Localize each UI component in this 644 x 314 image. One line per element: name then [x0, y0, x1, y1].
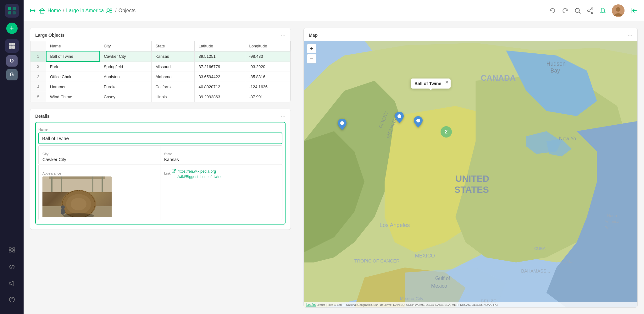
home-icon [39, 8, 46, 14]
share-button[interactable] [587, 7, 594, 14]
svg-rect-3 [13, 11, 16, 14]
col-city[interactable]: City [100, 41, 151, 51]
map-container[interactable]: Hudson Bay CANADA ROCKY MOUNTAIN UNITED … [304, 41, 637, 307]
col-state[interactable]: State [152, 41, 195, 51]
svg-point-43 [61, 205, 65, 209]
app-logo[interactable] [5, 4, 19, 18]
sidebar-item-o[interactable]: O [6, 55, 18, 67]
redo-button[interactable] [562, 7, 569, 14]
table-row[interactable]: 4HammerEurekaCalifornia40.8020712-124.16… [31, 82, 291, 92]
main-area: ↦ Home / Large in America / Objects [24, 0, 644, 314]
name-label: Name [38, 127, 282, 131]
row-name: Office Chair [46, 72, 100, 82]
details-title: Details [35, 114, 50, 119]
pin-hammer[interactable] [338, 119, 347, 131]
help-icon[interactable] [5, 293, 19, 306]
svg-text:STATES: STATES [454, 185, 489, 195]
name-input[interactable] [38, 133, 282, 144]
svg-rect-11 [13, 251, 15, 252]
home-link[interactable]: Home [47, 8, 61, 14]
row-num: 4 [31, 82, 46, 92]
svg-text:New Yo...: New Yo... [559, 136, 580, 141]
large-objects-section: Large Objects ··· Name City State Latitu… [30, 28, 291, 102]
sidebar-item-objects[interactable] [5, 39, 19, 53]
table-row[interactable]: 5Wind ChimeCaseyIllinois39.2993863-87.99… [31, 92, 291, 102]
state-value: Kansas [164, 157, 278, 162]
megaphone-icon[interactable] [5, 276, 19, 290]
cluster-count: 2 [445, 129, 448, 135]
table-row[interactable]: 2ForkSpringfieldMissouri37.2166779-93.29… [31, 62, 291, 72]
details-body: Name City Cawker City State Kansas [30, 122, 291, 230]
col-lat[interactable]: Latitude [195, 41, 245, 51]
add-button[interactable]: + [6, 23, 18, 34]
svg-rect-7 [12, 46, 15, 49]
city-value: Cawker City [42, 157, 156, 162]
map-menu[interactable]: ··· [628, 32, 632, 38]
appearance-label: Appearance [42, 171, 156, 175]
popup-close-button[interactable]: ✕ [445, 80, 449, 85]
svg-rect-4 [9, 43, 12, 46]
pin-fork[interactable] [414, 116, 423, 129]
appearance-image[interactable] [42, 176, 112, 217]
svg-text:MEXICO: MEXICO [415, 253, 435, 258]
svg-text:Gulf of: Gulf of [435, 275, 450, 281]
search-button[interactable] [574, 7, 581, 14]
map-attribution: Leaflet Leaflet | Tiles © Esri — Nationa… [304, 302, 637, 307]
breadcrumb-sep-2: / [115, 8, 116, 14]
grid-icon[interactable] [5, 244, 19, 257]
pin-ball-of-twine[interactable] [395, 112, 404, 124]
svg-point-15 [12, 300, 12, 301]
map-title: Map [309, 33, 318, 38]
map-svg: Hudson Bay CANADA ROCKY MOUNTAIN UNITED … [304, 41, 637, 307]
svg-text:Basi...: Basi... [605, 225, 616, 230]
zoom-out-button[interactable]: − [307, 54, 316, 63]
row-lat: 33.6594422 [195, 72, 245, 82]
svg-point-40 [71, 198, 86, 210]
zoom-in-button[interactable]: + [307, 44, 316, 53]
svg-point-19 [575, 8, 580, 12]
row-city: Eureka [100, 82, 151, 92]
svg-point-22 [591, 12, 593, 14]
svg-text:Mexico: Mexico [431, 283, 447, 289]
sidebar: + O G [0, 0, 24, 314]
row-city: Cawker City [100, 51, 151, 62]
large-objects-menu[interactable]: ··· [281, 32, 286, 38]
svg-rect-44 [172, 170, 175, 173]
svg-point-23 [588, 10, 589, 11]
row-lat: 40.8020712 [195, 82, 245, 92]
city-cell: City Cawker City [39, 146, 160, 165]
col-name[interactable]: Name [46, 41, 100, 51]
undo-button[interactable] [549, 7, 556, 14]
project-link[interactable]: Large in America [66, 8, 104, 14]
row-state: California [152, 82, 195, 92]
link-cell: Link https://en.wikipedia.org/wiki/Bigge… [160, 165, 282, 220]
appearance-link-row: Appearance [38, 165, 282, 220]
topnav: ↦ Home / Large in America / Objects [24, 0, 644, 21]
map-popup: Ball of Twine ✕ [411, 78, 451, 89]
city-label: City [42, 152, 156, 156]
wiki-link[interactable]: https://en.wikipedia.org/wiki/Biggest_ba… [177, 169, 222, 180]
code-icon[interactable] [5, 260, 19, 274]
avatar[interactable] [612, 4, 625, 17]
svg-point-42 [61, 208, 65, 215]
leaflet-link[interactable]: Leaflet [306, 303, 316, 306]
svg-marker-13 [10, 281, 13, 285]
table-row[interactable]: 1Ball of TwineCawker CityKansas39.51251-… [31, 51, 291, 62]
map-cluster-badge[interactable]: 2 [441, 126, 452, 138]
svg-rect-5 [12, 43, 15, 46]
svg-point-69 [340, 121, 344, 125]
details-menu[interactable]: ··· [281, 113, 286, 119]
col-lon[interactable]: Longitude [245, 41, 291, 51]
row-lat: 37.2166779 [195, 62, 245, 72]
collapse-button[interactable] [630, 7, 638, 14]
sidebar-item-g[interactable]: G [6, 69, 18, 80]
map-controls: + − [307, 44, 316, 63]
bell-button[interactable] [599, 7, 606, 14]
right-panel: Map ··· [297, 21, 644, 314]
export-icon[interactable]: ↦ [30, 7, 36, 15]
table-row[interactable]: 3Office ChairAnnistonAlabama33.6594422-8… [31, 72, 291, 82]
popup-text: Ball of Twine [414, 81, 441, 86]
svg-rect-1 [13, 7, 16, 10]
svg-text:DOM...: DOM... [561, 259, 574, 263]
link-label: Link [164, 171, 170, 175]
